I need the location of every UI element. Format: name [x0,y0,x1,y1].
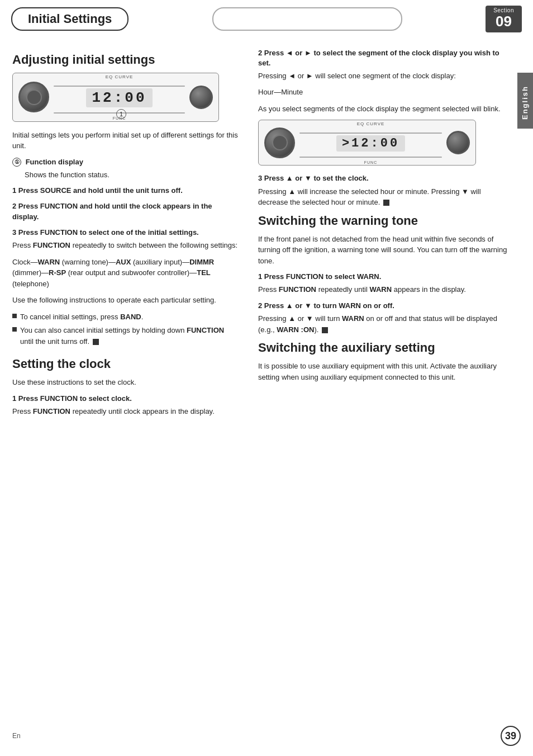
clock-step3-text: 3 Press ▲ or ▼ to set the clock. [258,174,369,182]
section-number: 09 [496,13,512,30]
clock-step1-text: 1 Press FUNCTION to select clock. [12,394,132,403]
page-title: Initial Settings [28,12,112,26]
knob-left-2 [264,127,295,158]
clock-step2-body1: Pressing ◄ or ► will select one segment … [258,70,510,82]
bullet-text-2: You can also cancel initial settings by … [20,325,239,347]
warn-step1-heading: 1 Press FUNCTION to select WARN. [258,272,510,282]
clock-step2-body2: Hour—Minute [258,87,510,98]
warn-step1-body: Press FUNCTION repeatedly until WARN app… [258,284,510,295]
device-line-4 [299,157,442,158]
stop-icon [93,339,99,345]
clock-step3-heading: 3 Press ▲ or ▼ to set the clock. [258,173,510,183]
step3-instructions: Use the following instructions to operat… [12,295,239,306]
knob-inner-left-2 [272,135,288,150]
step3-text: 3 Press FUNCTION to select one of the in… [12,228,199,237]
device-display-2: >12:00 [336,135,405,152]
setting-clock-title: Setting the clock [12,357,239,371]
setting-clock-intro: Use these instructions to set the clock. [12,377,239,388]
knob-inner-left [26,89,42,105]
device-lines-bottom-2 [299,155,442,159]
bullet-text-1: To cancel initial settings, press BAND. [20,311,143,323]
func-circle-icon: ① [12,158,21,167]
knob-right [189,86,213,109]
right-column: 2 Press ◄ or ► to select the segment of … [253,42,510,423]
device-line [54,86,185,87]
function-bold: FUNCTION [33,241,70,249]
adjusting-title: Adjusting initial settings [12,53,239,67]
bullet-icon-1 [12,314,17,318]
func-display-heading: ① Function display [12,157,239,167]
clock-step1-body: Press FUNCTION repeatedly until clock ap… [12,406,239,417]
step3-settings: Clock—WARN (warning tone)—AUX (auxiliary… [12,257,239,290]
func-display-label: Function display [26,158,83,166]
warn-step2-body: Pressing ▲ or ▼ will turn WARN on or off… [258,313,510,335]
circle-number: 1 [116,109,126,119]
device-top-label: EQ CURVE [106,74,134,79]
device-center-2: EQ CURVE >12:00 FUNC [295,121,446,164]
footer-page: 39 [501,726,521,746]
warn-step2-text: 2 Press ▲ or ▼ to turn WARN on or off. [258,301,394,310]
section-badge: Section 09 [486,6,522,32]
aux-intro: It is possible to use auxiliary equipmen… [258,361,510,382]
step1-heading: 1 Press SOURCE and hold until the unit t… [12,186,239,196]
device-image-2: EQ CURVE >12:00 FUNC [258,120,476,166]
left-column: Adjusting initial settings EQ CURVE 12:0… [12,42,253,423]
clock-step2-body3: As you select segments of the clock disp… [258,103,510,115]
footer-lang: En [12,732,21,740]
step1-text: 1 Press SOURCE and hold until the unit t… [12,186,183,195]
device-top-label-2: EQ CURVE [357,121,385,126]
stop-icon-3 [322,327,328,333]
device-image-1: EQ CURVE 12:00 FUNC 1 [12,73,219,122]
bullet-item-1: To cancel initial settings, press BAND. [12,311,239,323]
clock-step2-text: 2 Press ◄ or ► to select the segment of … [258,49,499,67]
knob-right-2 [446,131,470,154]
clock-step1-heading: 1 Press FUNCTION to select clock. [12,394,239,404]
device-bottom-label-2: FUNC [364,160,377,164]
main-content: Adjusting initial settings EQ CURVE 12:0… [0,42,533,423]
intro-text: Initial settings lets you perform initia… [12,130,239,152]
device-inner-1: EQ CURVE 12:00 FUNC 1 [13,73,218,121]
header-middle-box [212,7,402,31]
page-number: 39 [501,726,521,746]
step3-body: Press FUNCTION repeatedly to switch betw… [12,240,239,251]
bullet-item-2: You can also cancel initial settings by … [12,325,239,347]
page-title-box: Initial Settings [11,7,129,31]
device-lines-top-2 [299,131,442,135]
warning-tone-title: Switching the warning tone [258,214,510,228]
clock-step3-body: Pressing ▲ will increase the selected ho… [258,186,510,208]
bullet-icon-2 [12,327,17,332]
clock-step2-heading: 2 Press ◄ or ► to select the segment of … [258,48,510,68]
device-lines-top [54,84,185,88]
step2-heading: 2 Press FUNCTION and hold until the cloc… [12,201,239,221]
func-display-desc: Shows the function status. [25,169,239,181]
warn-step2-heading: 2 Press ▲ or ▼ to turn WARN on or off. [258,301,510,311]
page-header: Initial Settings Section 09 [11,0,522,32]
aux-title: Switching the auxiliary setting [258,341,510,355]
stop-icon-2 [383,200,389,206]
knob-left [18,82,49,112]
language-label: English [517,73,533,129]
warn-step1-text: 1 Press FUNCTION to select WARN. [258,272,381,281]
step3-heading: 3 Press FUNCTION to select one of the in… [12,228,239,238]
warning-tone-intro: If the front panel is not detached from … [258,234,510,267]
step2-text: 2 Press FUNCTION and hold until the cloc… [12,202,212,220]
device-display: 12:00 [86,88,152,107]
device-line-3 [299,133,442,134]
page-footer: En 39 [0,726,533,746]
